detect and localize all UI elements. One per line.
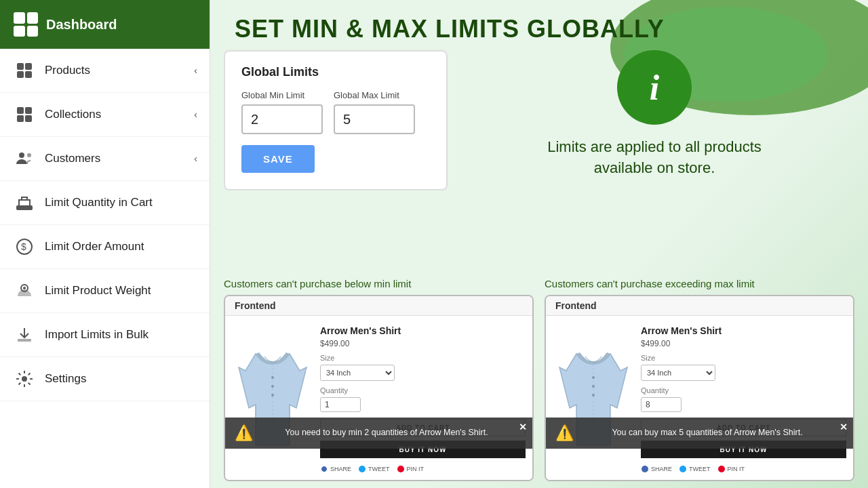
svg-rect-0 [17, 63, 24, 70]
product-name-right: Arrow Men's Shirt [641, 325, 846, 336]
page-header: SET MIN & MAX LIMITS GLOBALLY [210, 0, 868, 50]
product-name-left: Arrow Men's Shirt [320, 325, 526, 336]
notify-banner-right: ⚠️ You can buy max 5 quantities of Arrow… [546, 418, 853, 449]
sidebar-item-products-label: Products [45, 64, 90, 77]
global-limits-title: Global Limits [241, 65, 430, 79]
main-content: SET MIN & MAX LIMITS GLOBALLY Global Lim… [210, 0, 868, 488]
notify-banner-left: ⚠️ You need to buy min 2 quantities of A… [225, 418, 532, 449]
frontend-card-left: Frontend [224, 295, 534, 481]
min-limit-field: Global Min Limit [241, 90, 323, 134]
customers-chevron-icon: ‹ [194, 153, 197, 164]
svg-point-8 [19, 152, 24, 158]
notify-close-left[interactable]: ✕ [519, 422, 527, 432]
frontend-header-left: Frontend [225, 296, 532, 316]
left-panel: Global Limits Global Min Limit Global Ma… [224, 50, 468, 271]
warn-icon-right: ⚠️ [555, 424, 574, 442]
max-limit-label: Global Max Limit [334, 90, 415, 100]
bottom-section: Customers can't purchase below min limit… [210, 271, 868, 488]
sidebar-item-limit-order-amount-label: Limit Order Amount [45, 240, 144, 253]
preview-right-label: Customers can't purchase exceeding max l… [545, 278, 854, 289]
notify-text-right: You can buy max 5 quantities of Arrow Me… [580, 427, 834, 439]
svg-point-27 [718, 466, 725, 472]
customers-icon [14, 148, 35, 169]
size-select-right[interactable]: 34 Inch [641, 365, 715, 381]
pin-btn-left[interactable]: PIN IT [397, 465, 425, 473]
frontend-card-right: Frontend Arrow [545, 295, 854, 481]
sidebar-item-collections-label: Collections [45, 108, 101, 121]
svg-rect-7 [25, 115, 32, 122]
notify-text-left: You need to buy min 2 quantities of Arro… [260, 427, 513, 439]
svg-rect-10 [16, 205, 33, 210]
svg-rect-2 [17, 71, 24, 78]
sidebar-item-import-limits[interactable]: Import Limits in Bulk [0, 313, 210, 357]
sidebar-item-customers-label: Customers [45, 152, 100, 165]
size-label-right: Size [641, 354, 846, 362]
limits-row: Global Min Limit Global Max Limit [241, 90, 430, 134]
share-btn-left[interactable]: SHARE [320, 465, 351, 473]
pin-btn-right[interactable]: PIN IT [717, 465, 745, 473]
sidebar-item-products[interactable]: Products ‹ [0, 49, 210, 93]
notify-close-right[interactable]: ✕ [840, 422, 848, 432]
svg-point-17 [271, 376, 274, 379]
preview-left-label: Customers can't purchase below min limit [224, 278, 534, 289]
info-text: Limits are applied to all products avail… [539, 137, 770, 179]
sidebar-header[interactable]: Dashboard [0, 0, 210, 49]
svg-point-25 [642, 466, 648, 472]
product-price-left: $499.00 [320, 339, 526, 348]
min-limit-input[interactable] [241, 104, 323, 134]
shirt-image-right [553, 323, 634, 473]
dashboard-icon [14, 12, 38, 37]
sidebar-item-limit-product-weight-label: Limit Product Weight [45, 284, 151, 298]
collections-icon [14, 104, 35, 125]
global-limits-card: Global Limits Global Min Limit Global Ma… [224, 50, 448, 190]
svg-rect-1 [25, 63, 32, 70]
svg-rect-6 [17, 115, 24, 122]
sidebar-item-settings[interactable]: Settings [0, 357, 210, 401]
sidebar-item-limit-quantity-cart-label: Limit Quantity in Cart [45, 196, 153, 209]
tweet-btn-right[interactable]: TWEET [679, 465, 711, 473]
qty-label-right: Quantity [641, 386, 846, 394]
size-select-left[interactable]: 34 Inch [320, 365, 395, 381]
svg-point-9 [27, 153, 31, 157]
sidebar-header-label: Dashboard [46, 17, 117, 33]
share-btn-right[interactable]: SHARE [641, 465, 672, 473]
products-icon [14, 60, 35, 81]
save-button[interactable]: SAVE [241, 145, 315, 173]
qty-input-right[interactable] [641, 397, 682, 412]
limit-order-icon: $ [14, 236, 35, 258]
tweet-btn-left[interactable]: TWEET [358, 465, 390, 473]
frontend-body-left: Arrow Men's Shirt $499.00 Size 34 Inch Q… [225, 316, 532, 480]
sidebar-item-customers[interactable]: Customers ‹ [0, 137, 210, 181]
sidebar-item-limit-product-weight[interactable]: Limit Product Weight [0, 269, 210, 313]
social-bar-left: SHARE TWEET PIN IT [320, 465, 526, 473]
sidebar: Dashboard Products ‹ Collections ‹ Custo… [0, 0, 210, 488]
svg-rect-3 [25, 71, 32, 78]
min-limit-label: Global Min Limit [241, 90, 323, 100]
svg-point-20 [359, 466, 366, 472]
size-label-left: Size [320, 354, 526, 362]
svg-point-19 [271, 394, 274, 396]
limit-weight-icon [14, 280, 35, 302]
product-price-right: $499.00 [641, 339, 846, 348]
svg-rect-4 [17, 107, 24, 114]
warn-icon-left: ⚠️ [235, 424, 253, 442]
products-chevron-icon: ‹ [194, 65, 197, 76]
product-info-left: Arrow Men's Shirt $499.00 Size 34 Inch Q… [320, 323, 526, 473]
collections-chevron-icon: ‹ [194, 109, 197, 120]
svg-rect-15 [18, 339, 31, 342]
max-limit-input[interactable] [334, 104, 415, 134]
svg-point-22 [592, 376, 595, 379]
frontend-body-right: Arrow Men's Shirt $499.00 Size 34 Inch Q… [546, 316, 853, 480]
sidebar-item-import-limits-label: Import Limits in Bulk [45, 328, 149, 342]
sidebar-item-limit-order-amount[interactable]: $ Limit Order Amount [0, 225, 210, 269]
preview-col-right: Customers can't purchase exceeding max l… [545, 278, 854, 481]
svg-point-16 [22, 376, 27, 382]
sidebar-item-limit-quantity-cart[interactable]: Limit Quantity in Cart [0, 181, 210, 225]
sidebar-item-settings-label: Settings [45, 372, 86, 386]
qty-input-left[interactable] [320, 397, 361, 412]
svg-point-23 [592, 385, 595, 388]
import-icon [14, 324, 35, 346]
sidebar-item-collections[interactable]: Collections ‹ [0, 93, 210, 137]
settings-icon [14, 368, 35, 390]
frontend-header-right: Frontend [546, 296, 853, 316]
